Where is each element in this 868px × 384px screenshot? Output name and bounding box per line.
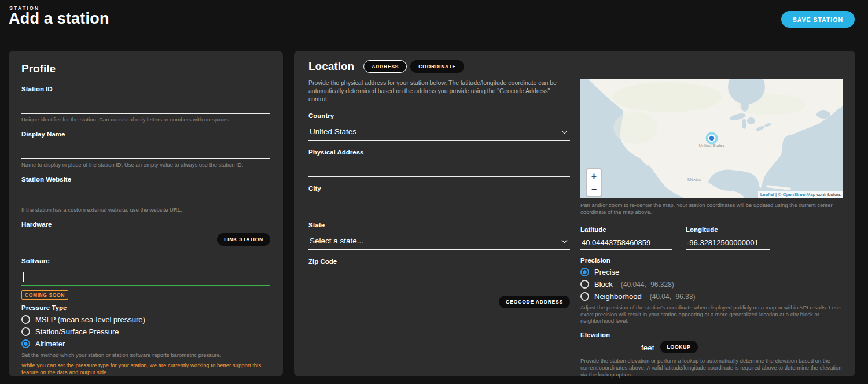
map-canvas: United States México bbox=[580, 79, 843, 198]
city-input[interactable] bbox=[308, 195, 570, 213]
zoom-in-button[interactable]: + bbox=[587, 169, 601, 183]
pressure-option-altimeter[interactable]: Altimeter bbox=[21, 339, 270, 349]
link-station-button[interactable]: LINK STATION bbox=[217, 233, 270, 246]
elevation-help: Provide the station elevation or perform… bbox=[580, 357, 843, 378]
software-underline bbox=[21, 268, 270, 286]
longitude-input[interactable] bbox=[686, 236, 770, 249]
station-id-group: Station ID Unique identifier for the sta… bbox=[21, 85, 270, 123]
zip-underline bbox=[308, 268, 570, 286]
station-website-underline bbox=[21, 186, 270, 204]
pressure-help: Set the method which your station or sta… bbox=[21, 352, 270, 359]
latitude-underline bbox=[580, 236, 672, 250]
map-help: Pan and/or zoom to re-center the map. Yo… bbox=[580, 202, 843, 216]
location-mode-tabs: ADDRESS COORDINATE bbox=[363, 60, 464, 73]
display-name-label: Display Name bbox=[21, 130, 270, 139]
precision-option-precise[interactable]: Precise bbox=[580, 268, 843, 277]
pressure-warning: While you can set the pressure type for … bbox=[21, 362, 270, 376]
city-underline bbox=[308, 195, 570, 213]
zoom-out-button[interactable]: − bbox=[587, 183, 601, 196]
map-attribution: Leaflet | © OpenStreetMap contributors bbox=[758, 191, 843, 198]
elevation-unit: feet bbox=[641, 344, 654, 353]
location-description: Provide the physical address for your st… bbox=[308, 79, 570, 104]
hardware-group: Hardware LINK STATION bbox=[21, 220, 270, 249]
software-label: Software bbox=[21, 257, 270, 265]
radio-surface-icon[interactable] bbox=[21, 327, 30, 336]
address-form: Provide the physical address for your st… bbox=[308, 79, 570, 378]
precision-option-block-coords: (40.044, -96.328) bbox=[621, 280, 674, 289]
leaflet-link[interactable]: Leaflet bbox=[760, 192, 774, 197]
station-id-help: Unique identifier for the station. Can c… bbox=[21, 116, 270, 123]
precision-option-block[interactable]: Block (40.044, -96.328) bbox=[580, 280, 843, 289]
tab-coordinate[interactable]: COORDINATE bbox=[410, 60, 464, 73]
display-name-input[interactable] bbox=[21, 141, 270, 158]
pressure-option-surface[interactable]: Station/Surface Pressure bbox=[21, 327, 270, 337]
zip-group: Zip Code bbox=[308, 257, 570, 286]
elevation-input[interactable] bbox=[580, 341, 635, 353]
pressure-option-mslp-label: MSLP (mean sea-level pressure) bbox=[35, 315, 145, 324]
lookup-button[interactable]: LOOKUP bbox=[660, 341, 698, 353]
station-website-input[interactable] bbox=[21, 186, 270, 204]
software-group: Software bbox=[21, 257, 270, 286]
station-id-underline bbox=[21, 96, 270, 114]
longitude-field: Longitude bbox=[686, 226, 770, 250]
map-marker-icon bbox=[706, 132, 718, 145]
geocode-address-button[interactable]: GEOCODE ADDRESS bbox=[499, 296, 570, 308]
hardware-label: Hardware bbox=[21, 220, 270, 229]
save-station-button[interactable]: SAVE STATION bbox=[781, 11, 855, 28]
radio-precise-icon[interactable] bbox=[580, 268, 589, 276]
longitude-label: Longitude bbox=[686, 226, 770, 234]
attribution-separator: | © bbox=[774, 192, 783, 197]
tab-address[interactable]: ADDRESS bbox=[363, 60, 407, 73]
precision-label: Precision bbox=[580, 257, 843, 264]
physical-address-input[interactable] bbox=[308, 159, 570, 176]
radio-altimeter-icon[interactable] bbox=[21, 339, 30, 348]
precision-option-neighborhood-label: Neighborhood bbox=[594, 292, 642, 301]
elevation-underline bbox=[580, 341, 635, 353]
precision-help: Adjust the precision of the station's co… bbox=[580, 304, 843, 325]
station-id-label: Station ID bbox=[21, 85, 270, 94]
elevation-label: Elevation bbox=[580, 331, 843, 338]
display-name-group: Display Name Name to display in place of… bbox=[21, 130, 270, 168]
location-heading: Location bbox=[308, 60, 354, 73]
city-group: City bbox=[308, 184, 570, 213]
longitude-underline bbox=[686, 236, 770, 250]
precision-option-neighborhood[interactable]: Neighborhood (40.04, -96.33) bbox=[580, 292, 843, 301]
state-select[interactable]: Select a state... bbox=[308, 232, 570, 250]
precision-option-neighborhood-coords: (40.04, -96.33) bbox=[650, 292, 696, 301]
profile-heading: Profile bbox=[21, 62, 270, 75]
software-input[interactable] bbox=[21, 268, 270, 285]
pressure-option-surface-label: Station/Surface Pressure bbox=[35, 327, 119, 337]
station-website-help: If the station has a custom external web… bbox=[21, 206, 270, 213]
state-group: State Select a state... bbox=[308, 221, 570, 250]
hardware-underline: LINK STATION bbox=[21, 231, 270, 249]
latitude-label: Latitude bbox=[580, 226, 672, 234]
zip-label: Zip Code bbox=[308, 257, 570, 266]
display-name-underline bbox=[21, 141, 270, 159]
map[interactable]: United States México + − Leaflet | © Ope… bbox=[580, 79, 843, 198]
country-value: United States bbox=[308, 123, 570, 136]
country-select[interactable]: United States bbox=[308, 123, 570, 141]
profile-panel: Profile Station ID Unique identifier for… bbox=[9, 51, 283, 376]
display-name-help: Name to display in place of the station … bbox=[21, 161, 270, 168]
radio-neighborhood-icon[interactable] bbox=[580, 292, 589, 301]
state-value: Select a state... bbox=[308, 232, 570, 245]
latitude-input[interactable] bbox=[580, 236, 672, 249]
physical-address-underline bbox=[308, 159, 570, 177]
station-website-group: Station Website If the station has a cus… bbox=[21, 175, 270, 213]
map-column: United States México + − Leaflet | © Ope… bbox=[580, 79, 843, 378]
pressure-option-mslp[interactable]: MSLP (mean sea-level pressure) bbox=[21, 315, 270, 324]
zip-input[interactable] bbox=[308, 268, 570, 286]
openstreetmap-link[interactable]: OpenStreetMap bbox=[782, 192, 815, 197]
physical-address-label: Physical Address bbox=[308, 148, 570, 157]
location-panel: Location ADDRESS COORDINATE Provide the … bbox=[294, 51, 855, 376]
coming-soon-badge: COMING SOON bbox=[21, 290, 68, 300]
city-label: City bbox=[308, 184, 570, 193]
header-divider bbox=[0, 36, 868, 36]
station-id-input[interactable] bbox=[21, 96, 270, 113]
location-header: Location ADDRESS COORDINATE bbox=[308, 60, 843, 73]
attribution-suffix: contributors bbox=[815, 192, 841, 197]
text-caret bbox=[23, 272, 24, 282]
radio-block-icon[interactable] bbox=[580, 280, 589, 289]
station-website-label: Station Website bbox=[21, 175, 270, 184]
radio-mslp-icon[interactable] bbox=[21, 315, 30, 324]
